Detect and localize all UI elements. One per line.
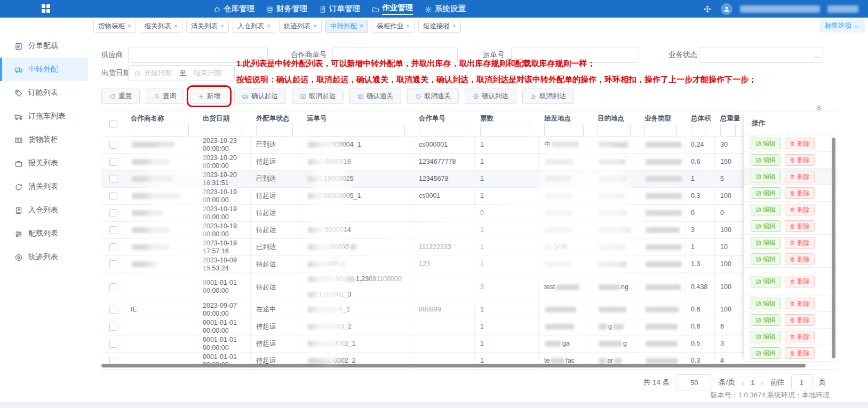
edit-button[interactable]: 编辑: [751, 347, 781, 359]
column-filter-input[interactable]: [644, 124, 677, 137]
toolbar-button-取消通关[interactable]: 取消通关: [407, 89, 459, 104]
menu-item-仓库管理[interactable]: 仓库管理: [213, 0, 254, 18]
horizontal-scrollbar[interactable]: [101, 364, 806, 367]
edit-button[interactable]: 编辑: [751, 220, 781, 232]
column-filter-input[interactable]: [544, 124, 584, 137]
sidebar-item-报关列表[interactable]: 报关列表: [0, 151, 88, 175]
waybill-input[interactable]: [511, 47, 639, 63]
tab-close-icon[interactable]: ×: [128, 22, 131, 30]
row-checkbox[interactable]: [109, 340, 117, 348]
delete-button[interactable]: 删除: [785, 220, 815, 232]
edit-button[interactable]: 编辑: [751, 253, 781, 265]
sidebar-item-分单配载[interactable]: 分单配载: [0, 34, 88, 58]
biz-status-select[interactable]: [699, 47, 824, 63]
tab-装柜作业[interactable]: 装柜作业×: [372, 20, 415, 33]
tab-中转外配[interactable]: 中转外配×: [325, 20, 368, 33]
delete-button[interactable]: 删除: [785, 138, 815, 149]
sidebar-item-清关列表[interactable]: 清关列表: [0, 175, 88, 198]
edit-button[interactable]: 编辑: [751, 187, 781, 199]
column-filter-input[interactable]: [720, 124, 736, 137]
tab-close-icon[interactable]: ×: [313, 22, 317, 30]
row-checkbox[interactable]: [109, 323, 117, 331]
avatar[interactable]: [721, 3, 732, 15]
menu-item-订单管理[interactable]: 订单管理: [319, 0, 360, 18]
select-all-checkbox[interactable]: [109, 120, 117, 128]
tab-close-icon[interactable]: ×: [220, 22, 224, 30]
delete-button[interactable]: 删除: [785, 171, 815, 182]
vertical-scrollbar[interactable]: [832, 138, 835, 358]
tab-货物装柜[interactable]: 货物装柜×: [93, 20, 136, 33]
row-checkbox[interactable]: [109, 192, 117, 200]
column-filter-input[interactable]: [691, 124, 706, 137]
tab-报关列表[interactable]: 报关列表×: [140, 20, 182, 33]
edit-button[interactable]: 编辑: [751, 314, 781, 326]
tag-options-button[interactable]: 标签选项: [819, 19, 865, 33]
delete-button[interactable]: 删除: [785, 314, 815, 326]
edit-button[interactable]: 编辑: [751, 298, 781, 309]
row-checkbox[interactable]: [109, 141, 117, 149]
delete-button[interactable]: 删除: [785, 298, 815, 309]
edit-button[interactable]: 编辑: [751, 154, 781, 166]
partner-no-input[interactable]: [332, 47, 458, 63]
tab-close-icon[interactable]: ×: [174, 22, 178, 30]
delete-button[interactable]: 删除: [785, 253, 815, 265]
column-filter-input[interactable]: [203, 124, 242, 137]
current-page[interactable]: 1: [751, 379, 755, 387]
column-filter-input[interactable]: [131, 124, 189, 137]
toolbar-button-确认通关[interactable]: 确认通关: [349, 89, 401, 104]
toolbar-button-取消到达[interactable]: 取消到达: [522, 89, 574, 104]
tab-close-icon[interactable]: ×: [452, 22, 456, 30]
column-filter-input[interactable]: [256, 124, 293, 137]
sidebar-item-配载列表[interactable]: 配载列表: [0, 222, 88, 245]
delete-button[interactable]: 删除: [785, 154, 815, 166]
row-checkbox[interactable]: [109, 283, 117, 291]
delete-button[interactable]: 删除: [785, 347, 815, 359]
edit-button[interactable]: 编辑: [751, 171, 781, 182]
sidebar-item-订舱列表[interactable]: 订舱列表: [0, 81, 88, 105]
menu-item-财务管理[interactable]: 财务管理: [266, 0, 307, 18]
supplier-select[interactable]: [128, 47, 268, 63]
column-filter-input[interactable]: [307, 124, 405, 137]
next-page-arrow[interactable]: ›: [761, 378, 764, 387]
edit-button[interactable]: 编辑: [751, 331, 781, 342]
prev-page-arrow[interactable]: ‹: [742, 378, 744, 387]
tab-close-icon[interactable]: ×: [360, 22, 363, 30]
page-size-input[interactable]: [676, 374, 712, 390]
goto-page-input[interactable]: [791, 374, 813, 390]
edit-button[interactable]: 编辑: [751, 276, 781, 287]
delete-button[interactable]: 删除: [785, 204, 815, 215]
toolbar-button-确认到达[interactable]: 确认到达: [465, 89, 516, 104]
row-checkbox[interactable]: [109, 175, 117, 183]
column-filter-input[interactable]: [480, 124, 530, 137]
sidebar-item-入仓列表[interactable]: 入仓列表: [0, 198, 88, 222]
sidebar-item-货物装柜[interactable]: 货物装柜: [0, 128, 88, 151]
column-filter-input[interactable]: [419, 124, 466, 137]
row-checkbox[interactable]: [109, 158, 117, 166]
column-filter-input[interactable]: [598, 124, 631, 137]
tab-轨迹列表[interactable]: 轨迹列表×: [279, 20, 322, 33]
delete-button[interactable]: 删除: [785, 331, 815, 342]
toolbar-button-查询[interactable]: 查询: [146, 89, 184, 104]
edit-button[interactable]: 编辑: [751, 204, 781, 215]
sidebar-item-轨迹列表[interactable]: 轨迹列表: [0, 245, 88, 269]
tab-清关列表[interactable]: 清关列表×: [186, 20, 229, 33]
tab-close-icon[interactable]: ×: [406, 22, 410, 30]
edit-button[interactable]: 编辑: [751, 237, 781, 249]
menu-item-系统设置[interactable]: 系统设置: [425, 0, 466, 18]
ship-date-range-picker[interactable]: 开始日期 至 结束日期: [128, 65, 235, 81]
delete-button[interactable]: 删除: [785, 187, 815, 199]
move-layout-icon[interactable]: [704, 4, 713, 14]
row-checkbox[interactable]: [109, 226, 117, 234]
row-checkbox[interactable]: [109, 306, 117, 314]
row-checkbox[interactable]: [109, 209, 117, 217]
row-checkbox[interactable]: [109, 260, 117, 268]
sidebar-item-中转外配[interactable]: 中转外配: [0, 58, 88, 81]
tab-close-icon[interactable]: ×: [267, 22, 270, 30]
toolbar-button-新增[interactable]: 新增: [190, 89, 228, 104]
edit-button[interactable]: 编辑: [751, 138, 781, 149]
delete-button[interactable]: 删除: [785, 237, 815, 249]
app-grid-logo-icon[interactable]: [42, 4, 50, 13]
row-checkbox[interactable]: [109, 243, 117, 251]
sidebar-item-订拖车列表[interactable]: 订拖车列表: [0, 105, 88, 128]
toolbar-button-取消起运[interactable]: 取消起运: [292, 89, 344, 104]
